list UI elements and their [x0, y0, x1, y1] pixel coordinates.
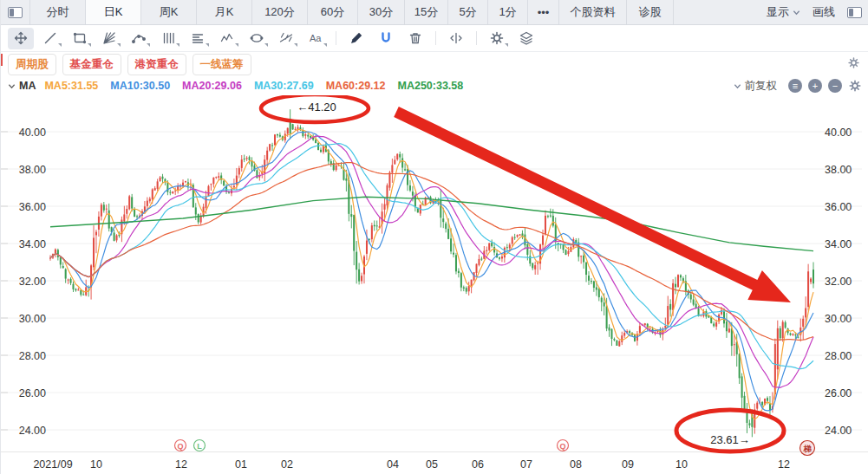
tab-15min[interactable]: 15分 — [405, 0, 448, 24]
y-axis-label: 38.00 — [825, 164, 852, 176]
x-axis-label: 07 — [520, 458, 532, 471]
auto-fit-button[interactable]: ≡ — [788, 79, 802, 93]
y-axis-label: 36.00 — [19, 201, 46, 213]
event-marker-letter: Q — [177, 442, 183, 451]
zoom-out-button[interactable]: − — [828, 79, 842, 93]
x-axis-label: 01 — [235, 458, 247, 471]
indicator-name[interactable]: MA — [19, 80, 36, 92]
fan-lines-icon — [101, 30, 117, 46]
x-axis-label: 08 — [570, 458, 582, 471]
tab-timeshare[interactable]: 分时 — [30, 0, 86, 24]
tab-diagnosis[interactable]: 诊股 — [627, 0, 674, 24]
left-accent-mark — [1, 54, 3, 66]
tab-monthly-k[interactable]: 月K — [197, 0, 252, 24]
ellipse-tool-button[interactable] — [244, 28, 270, 49]
tab-more[interactable]: ••• — [528, 0, 559, 24]
tag-cyclical-stock[interactable]: 周期股 — [8, 54, 56, 75]
sidebar-toggle-button[interactable] — [1, 0, 30, 24]
ma250-value: MA250:33.58 — [397, 80, 463, 92]
tab-60min[interactable]: 60分 — [308, 0, 358, 24]
tab-1min[interactable]: 1分 — [488, 0, 528, 24]
ellipse-icon — [249, 30, 264, 46]
vertical-lines-icon — [160, 30, 176, 46]
tag-blue-chip[interactable]: 一线蓝筹 — [193, 54, 251, 75]
tab-120min[interactable]: 120分 — [252, 0, 308, 24]
wave-tool-button[interactable] — [214, 28, 240, 49]
x-axis-label: 06 — [472, 458, 484, 471]
toolbar-separator — [336, 31, 336, 45]
ma10-value: MA10:30.50 — [110, 80, 170, 92]
x-axis-label: 04 — [387, 458, 399, 471]
trendline-tool-button[interactable] — [37, 28, 63, 49]
y-axis-label: 30.00 — [19, 313, 46, 325]
y-axis-label: 28.00 — [19, 350, 46, 362]
tab-daily-k[interactable]: 日K — [86, 0, 141, 24]
x-axis-label: 12 — [175, 458, 187, 471]
ma5-value: MA5:31.55 — [44, 80, 98, 92]
layers-tool-button[interactable] — [513, 28, 539, 49]
horizontal-split-icon — [448, 30, 464, 46]
chart-settings-button[interactable] — [848, 79, 862, 93]
pencil-tool-button[interactable] — [343, 28, 369, 49]
magnet-tool-button[interactable] — [373, 28, 399, 49]
tab-30min[interactable]: 30分 — [358, 0, 405, 24]
tab-5min[interactable]: 5分 — [448, 0, 488, 24]
y-axis-label: 26.00 — [19, 387, 46, 399]
y-axis-label: 24.00 — [825, 425, 852, 437]
chevron-down-icon — [793, 9, 800, 16]
period-tabbar: 分时 日K 周K 月K 120分 60分 30分 15分 5分 1分 ••• 个… — [1, 0, 868, 25]
magnet-icon — [378, 30, 394, 46]
chevron-down-icon — [734, 82, 741, 90]
toolbar-separator — [476, 31, 477, 45]
drawing-toolbar: Aa — [1, 25, 868, 52]
delete-tool-button[interactable] — [402, 28, 428, 49]
chevron-down-icon[interactable] — [8, 82, 16, 90]
tag-settings-button[interactable] — [847, 56, 860, 73]
settings-tool-button[interactable] — [484, 28, 510, 49]
ma20-value: MA20:29.06 — [182, 80, 242, 92]
y-axis-label: 34.00 — [825, 238, 852, 250]
y-axis-label: 40.00 — [19, 127, 46, 139]
tab-weekly-k[interactable]: 周K — [141, 0, 197, 24]
tag-fund-heavy[interactable]: 基金重仓 — [62, 54, 121, 75]
gann-grid-tool-button[interactable] — [185, 28, 211, 49]
vertical-lines-tool-button[interactable] — [155, 28, 181, 49]
x-axis-label: 10 — [675, 458, 688, 471]
y-axis-label: 28.00 — [825, 350, 852, 362]
y-axis-label: 40.00 — [825, 127, 852, 139]
zoom-in-button[interactable]: + — [808, 79, 822, 93]
move-tool-button[interactable] — [8, 28, 34, 49]
y-axis-label: 38.00 — [19, 164, 46, 176]
curve-icon — [131, 30, 147, 46]
rectangle-tool-button[interactable] — [67, 28, 93, 49]
text-tool-button[interactable]: Aa — [303, 28, 329, 49]
right-panel-toggle-icon[interactable] — [847, 7, 862, 18]
horizontal-lines-icon — [190, 30, 206, 46]
y-axis-label: 36.00 — [825, 201, 852, 213]
adjust-mode-menu[interactable]: 前复权 — [734, 79, 778, 94]
pitchfork-tool-button[interactable] — [126, 28, 152, 49]
x-axis-label: 02 — [281, 458, 293, 471]
display-menu[interactable]: 显示 — [767, 4, 800, 20]
x-axis-label: 10 — [90, 458, 102, 471]
split-tool-button[interactable] — [443, 28, 469, 49]
gann-fan-tool-button[interactable] — [96, 28, 122, 49]
trash-icon — [408, 30, 423, 46]
concept-tag-bar: 周期股 基金重仓 港资重仓 一线蓝筹 — [1, 52, 868, 76]
ma-indicator-row: MA MA5:31.55 MA10:30.50 MA20:29.06 MA30:… — [1, 76, 868, 95]
x-axis-label: 12 — [778, 458, 790, 471]
tab-stock-info[interactable]: 个股资料 — [559, 0, 627, 24]
stock-chart-window: 40.0040.0038.0038.0036.0036.0034.0034.00… — [0, 0, 868, 474]
hash-lines-tool-button[interactable] — [273, 28, 299, 49]
tag-hk-capital[interactable]: 港资重仓 — [127, 54, 186, 75]
y-axis-label: 30.00 — [825, 313, 852, 325]
y-axis-label: 34.00 — [19, 238, 46, 250]
y-axis-label: 32.00 — [19, 276, 46, 288]
gear-icon — [847, 56, 860, 69]
trendline-icon — [42, 30, 58, 46]
gear-icon — [848, 79, 862, 93]
ma5-line — [50, 129, 813, 419]
y-axis-label: 26.00 — [825, 387, 852, 399]
draw-line-button[interactable]: 画线 — [813, 4, 835, 20]
toolbar-separator — [435, 31, 436, 45]
